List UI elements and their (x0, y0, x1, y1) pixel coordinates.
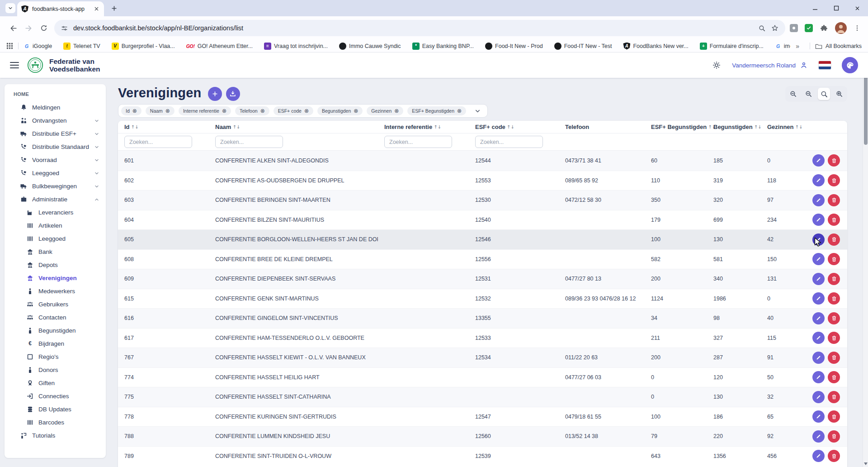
sidebar-item[interactable]: Barcodes (5, 416, 106, 429)
edit-button[interactable] (812, 214, 825, 226)
add-organization-button[interactable] (208, 87, 222, 101)
close-window-button[interactable] (847, 0, 868, 16)
extension-check-icon[interactable] (805, 24, 813, 32)
filter-chip[interactable]: ESF+ code ⊗ (274, 106, 313, 115)
bookmark-item[interactable]: * Easy Banking BNP... (412, 43, 474, 50)
remove-filter-icon[interactable]: ⊗ (457, 108, 462, 114)
remove-filter-icon[interactable]: ⊗ (304, 108, 309, 114)
table-row[interactable]: 788 CONFERENTIE LUMMEN KINDSHEID JESU 12… (118, 426, 847, 446)
delete-button[interactable] (828, 430, 840, 443)
apps-grid-icon[interactable] (6, 43, 13, 49)
all-bookmarks-button[interactable]: All Bookmarks (815, 43, 862, 49)
edit-button[interactable] (812, 410, 825, 423)
sidebar-item[interactable]: Gebruikers (5, 298, 106, 311)
minimize-button[interactable] (804, 0, 826, 16)
filter-chip[interactable]: Interne referentie ⊗ (179, 106, 231, 115)
table-row[interactable]: 778 CONFERENTIE KURINGEN SINT-GERTRUDIS … (118, 407, 847, 427)
edit-button[interactable] (812, 312, 825, 324)
edit-button[interactable] (812, 273, 825, 285)
delete-button[interactable] (828, 214, 840, 226)
table-row[interactable]: 774 CONFERENTIE HASSELT HEILIG HART 0477… (118, 367, 847, 387)
bookmark-item[interactable]: Food-It New - Prod (485, 43, 543, 50)
delete-button[interactable] (828, 154, 840, 167)
delete-button[interactable] (828, 312, 840, 324)
delete-button[interactable] (828, 234, 840, 246)
site-info-icon[interactable] (61, 24, 68, 32)
edit-button[interactable] (812, 154, 825, 167)
bookmark-item[interactable]: Food-IT New - Test (554, 43, 612, 50)
search-input-id[interactable] (124, 136, 192, 148)
bookmark-item[interactable]: G imc2000 - Google S... (775, 43, 790, 50)
search-lens-icon[interactable] (758, 24, 766, 32)
delete-button[interactable] (828, 371, 840, 383)
extension-icon[interactable] (790, 24, 798, 32)
table-row[interactable]: 617 CONFERENTIE HAM-TESSENDERLO O.L.V. G… (118, 328, 847, 348)
column-header[interactable]: Interne referentie ↑↓ (378, 121, 469, 133)
sidebar-item[interactable]: Bulkbewegingen (5, 180, 106, 193)
sidebar-item[interactable]: Distributie Standaard (5, 140, 106, 153)
sidebar-item[interactable]: Artikelen (5, 219, 106, 232)
browser-menu-icon[interactable] (854, 24, 861, 32)
sidebar-item[interactable]: Regio's (5, 350, 106, 363)
sort-icon[interactable]: ↑↓ (795, 124, 803, 129)
column-header[interactable]: ESF+ Begunstigden ↑↓ (645, 121, 707, 133)
zoom-out-button-2[interactable] (802, 88, 815, 100)
bookmark-item[interactable]: + Formulaire d'inscrip... (700, 43, 764, 50)
table-row[interactable]: 603 CONFERENTIE BERINGEN SINT-MAARTEN 12… (118, 190, 847, 210)
sort-icon[interactable]: ↑↓ (131, 124, 139, 129)
language-flag-nl[interactable] (819, 61, 831, 69)
profile-avatar[interactable] (835, 22, 847, 34)
browser-tab[interactable]: A foodbanks-stock-app (17, 1, 104, 16)
theme-palette-button[interactable] (842, 57, 858, 73)
table-row[interactable]: 616 CONFERENTIE GINGELOM SINT-VINCENTIUS… (118, 308, 847, 328)
bookmark-item[interactable]: ≡ Vraag tot inschrijvin... (264, 43, 328, 50)
export-button[interactable] (226, 87, 240, 101)
sidebar-item[interactable]: Verenigingen (5, 272, 106, 285)
sidebar-item[interactable]: Connecties (5, 390, 106, 403)
remove-filter-icon[interactable]: ⊗ (132, 108, 137, 114)
sort-icon[interactable]: ↑↓ (232, 124, 240, 129)
chevron-down-icon[interactable] (474, 108, 481, 114)
filter-chip[interactable]: Begunstigden ⊗ (317, 106, 363, 115)
bookmark-item[interactable]: V Burgerprofiel - Vlaa... (112, 43, 175, 50)
table-row[interactable]: 789 CONFERENTIE SINT-TRUIDEN O-L-VROUW 1… (118, 446, 847, 466)
table-row[interactable]: 605 CONFERENTIE BORGLOON-WELLEN-HEERS ST… (118, 229, 847, 249)
extensions-puzzle-icon[interactable] (820, 24, 828, 33)
edit-button[interactable] (812, 174, 825, 186)
table-row[interactable]: 602 CONFERENTIE AS-OUDSBERGEN DE DRUPPEL… (118, 171, 847, 191)
edit-button[interactable] (812, 391, 825, 403)
table-row[interactable]: 608 CONFERENTIE BREE DE KLEINE DREMPEL 1… (118, 249, 847, 269)
table-row[interactable]: 604 CONFERENTIE BILZEN SINT-MAURITIUS 12… (118, 210, 847, 230)
bookmark-item[interactable]: G iGoogle (24, 43, 52, 50)
sort-icon[interactable]: ↑↓ (507, 124, 514, 129)
remove-filter-icon[interactable]: ⊗ (260, 108, 265, 114)
bookmark-item[interactable]: Immo Cauwe Syndic (339, 43, 401, 50)
theme-toggle-icon[interactable] (712, 61, 721, 70)
tab-close-icon[interactable] (93, 5, 100, 13)
maximize-button[interactable] (826, 0, 847, 16)
remove-filter-icon[interactable]: ⊗ (165, 108, 170, 114)
edit-button[interactable] (812, 292, 825, 305)
edit-button[interactable] (812, 234, 825, 246)
address-bar[interactable]: dev.stock.foodbanksit.be/stock/app/nl-BE… (54, 20, 785, 36)
menu-toggle-icon[interactable] (10, 62, 19, 69)
scrollbar[interactable] (863, 52, 868, 467)
edit-button[interactable] (812, 430, 825, 443)
user-menu[interactable]: Vandermeersch Roland (732, 61, 808, 69)
column-header[interactable]: Telefoon ↑↓ (559, 121, 645, 133)
delete-button[interactable] (828, 352, 840, 364)
delete-button[interactable] (828, 273, 840, 285)
edit-button[interactable] (812, 371, 825, 383)
remove-filter-icon[interactable]: ⊗ (394, 108, 399, 114)
sidebar-item[interactable]: Distributie ESF+ (5, 127, 106, 140)
sidebar-item[interactable]: Leveranciers (5, 206, 106, 219)
delete-button[interactable] (828, 194, 840, 206)
edit-button[interactable] (812, 253, 825, 265)
delete-button[interactable] (828, 410, 840, 423)
reload-button[interactable] (36, 20, 52, 36)
filter-chip[interactable]: ESF+ Begunstigden ⊗ (407, 106, 466, 115)
table-row[interactable]: 775 CONFERENTIE HASSELT SINT-CATHARINA 0… (118, 387, 847, 407)
sidebar-item[interactable]: Begunstigden (5, 324, 106, 337)
table-row[interactable]: 615 CONFERENTIE GENK SINT-MARTINUS 12532… (118, 289, 847, 309)
forward-button[interactable] (21, 20, 36, 36)
